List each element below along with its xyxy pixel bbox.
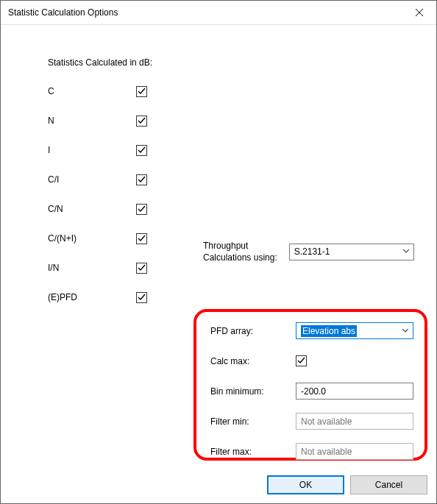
checkbox-epfd[interactable]	[136, 292, 147, 303]
checkbox-cn[interactable]	[136, 204, 147, 215]
ok-button[interactable]: OK	[267, 475, 344, 494]
stat-row-i: I	[48, 143, 427, 157]
check-icon	[138, 235, 146, 243]
chevron-down-icon	[400, 249, 412, 254]
filter-max-input	[296, 443, 413, 460]
stat-label: C/(N+I)	[48, 233, 136, 244]
chevron-down-icon	[399, 329, 411, 333]
dialog-window: Statistic Calculation Options Statistics…	[0, 0, 437, 504]
bin-min-row: Bin minimum:	[210, 383, 422, 400]
bin-min-label: Bin minimum:	[210, 386, 296, 397]
throughput-block: Throughput Calculations using: S.2131-1	[203, 240, 424, 263]
checkbox-in[interactable]	[136, 263, 147, 274]
filter-max-row: Filter max:	[210, 443, 422, 460]
stat-label: C/N	[48, 204, 136, 214]
checkbox-calc-max[interactable]	[296, 355, 307, 366]
throughput-select[interactable]: S.2131-1	[289, 244, 414, 260]
filter-min-input	[296, 413, 413, 430]
checkbox-i[interactable]	[136, 145, 147, 156]
check-icon	[138, 146, 146, 155]
throughput-label: Throughput Calculations using:	[203, 240, 277, 263]
check-icon	[138, 176, 146, 184]
stat-row-ci: C/I	[48, 172, 427, 187]
pfd-array-row: PFD array: Elevation abs	[210, 322, 422, 339]
dialog-buttons: OK Cancel	[267, 475, 427, 494]
stat-row-epfd: (E)PFD	[48, 290, 427, 305]
bin-min-input[interactable]	[296, 383, 413, 400]
pfd-panel: PFD array: Elevation abs Calc max: Bin m…	[210, 322, 422, 460]
section-heading: Statistics Calculated in dB:	[48, 57, 427, 68]
cancel-button-label: Cancel	[375, 480, 402, 490]
cancel-button[interactable]: Cancel	[350, 475, 427, 494]
check-icon	[138, 205, 146, 213]
pfd-array-label: PFD array:	[210, 326, 296, 336]
close-icon	[416, 9, 423, 16]
close-button[interactable]	[402, 1, 436, 24]
pfd-array-select[interactable]: Elevation abs	[296, 322, 413, 339]
check-icon	[297, 357, 305, 365]
throughput-label-line1: Throughput	[203, 241, 248, 251]
stat-label: I/N	[48, 263, 136, 273]
checkbox-ci[interactable]	[136, 174, 147, 185]
stat-label: I	[48, 145, 136, 155]
check-icon	[138, 117, 146, 125]
check-icon	[138, 294, 146, 302]
ok-button-label: OK	[299, 480, 312, 490]
stat-label: C/I	[48, 174, 136, 185]
calc-max-row: Calc max:	[210, 352, 422, 369]
checkbox-n[interactable]	[136, 116, 147, 127]
throughput-label-line2: Calculations using:	[203, 252, 277, 263]
stats-list: C N I C/I	[48, 84, 427, 305]
stat-row-n: N	[48, 113, 427, 128]
calc-max-label: Calc max:	[210, 356, 296, 366]
pfd-array-value: Elevation abs	[301, 326, 357, 336]
checkbox-cni[interactable]	[136, 233, 147, 244]
filter-min-label: Filter min:	[210, 416, 296, 427]
stat-label: C	[48, 86, 136, 96]
check-icon	[138, 264, 146, 272]
stat-row-c: C	[48, 84, 427, 99]
window-title: Statistic Calculation Options	[8, 7, 118, 18]
filter-min-row: Filter min:	[210, 413, 422, 430]
stat-label: (E)PFD	[48, 292, 136, 302]
client-area: Statistics Calculated in dB: C N I	[1, 25, 436, 503]
titlebar: Statistic Calculation Options	[1, 1, 436, 25]
stat-label: N	[48, 116, 136, 126]
filter-max-label: Filter max:	[210, 447, 296, 457]
stat-row-cn: C/N	[48, 202, 427, 216]
check-icon	[138, 88, 146, 96]
checkbox-c[interactable]	[136, 86, 147, 97]
throughput-select-value: S.2131-1	[294, 246, 330, 257]
